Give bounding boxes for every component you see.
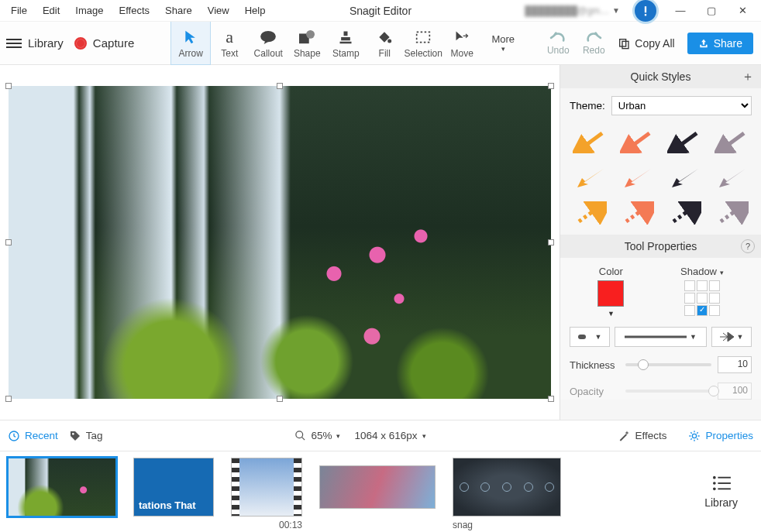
theme-label: Theme: [570,100,605,112]
side-panel: Quick Styles ＋ Theme: Urban [560,65,761,420]
svg-line-12 [721,133,744,150]
shadow-direction-picker[interactable] [684,280,720,316]
help-icon[interactable]: ? [741,239,755,253]
resize-handle-br[interactable] [548,396,554,402]
tray-thumb-1[interactable] [8,458,116,517]
svg-line-13 [579,206,601,221]
canvas-selection[interactable] [9,86,551,399]
redo-button[interactable]: Redo [576,22,611,64]
menu-view[interactable]: View [200,2,237,19]
stamp-icon [338,28,353,46]
window-maximize-button[interactable]: ▢ [696,0,727,22]
tool-move[interactable]: Move [442,22,481,64]
tag-tab[interactable]: Tag [69,430,103,442]
thickness-slider[interactable] [625,363,711,366]
svg-line-22 [302,437,305,440]
opacity-label: Opacity [570,386,619,397]
tool-text[interactable]: a Text [210,22,249,64]
account-dropdown-icon[interactable]: ▼ [612,6,620,15]
user-account-label[interactable]: ████████@gm… [525,5,609,16]
start-cap-dropdown[interactable]: ▼ [570,327,610,347]
library-link[interactable]: Library [28,36,64,50]
end-cap-dropdown[interactable]: ▼ [711,327,752,347]
style-arrow-coral[interactable] [615,128,659,156]
theme-select[interactable]: Urban [611,96,752,115]
svg-line-10 [626,133,649,150]
canvas-image[interactable] [9,86,551,399]
menu-effects[interactable]: Effects [112,2,158,19]
window-minimize-button[interactable]: — [665,0,696,22]
style-arrow-orange-dashed[interactable] [568,199,612,227]
svg-line-15 [673,206,695,221]
capture-link[interactable]: Capture [93,36,134,50]
color-dropdown-icon[interactable]: ▼ [608,310,615,317]
share-button[interactable]: Share [687,33,753,54]
resize-handle-l[interactable] [5,239,12,245]
hamburger-icon[interactable] [6,39,22,48]
svg-rect-6 [417,32,430,42]
add-style-button[interactable]: ＋ [741,70,755,84]
tray-thumb-2[interactable]: tations That [133,458,214,517]
user-avatar[interactable] [632,0,659,24]
opacity-slider[interactable] [625,390,711,393]
style-arrow-gray-2[interactable] [709,163,753,191]
opacity-value[interactable]: 100 [718,383,752,400]
resize-handle-tl[interactable] [5,83,12,89]
style-arrow-black-2[interactable] [663,163,707,191]
copy-all-button[interactable]: Copy All [611,34,680,53]
tool-stamp[interactable]: Stamp [326,22,365,64]
svg-point-5 [387,39,391,43]
tool-shape[interactable]: Shape [288,22,326,64]
menu-image[interactable]: Image [67,2,111,19]
style-arrow-black[interactable] [663,128,707,156]
canvas-area[interactable] [0,65,560,420]
menu-help[interactable]: Help [237,2,274,19]
tool-selection[interactable]: Selection [404,22,442,64]
arrow-cursor-icon [183,28,198,46]
style-arrow-gray[interactable] [709,128,753,156]
magnifier-icon [294,430,306,441]
line-style-dropdown[interactable]: ▼ [615,327,707,347]
zoom-control[interactable]: 65%▾ [294,430,340,441]
tray-thumb-4[interactable] [319,458,436,509]
style-arrow-gray-dashed[interactable] [709,199,753,227]
resize-handle-tr[interactable] [548,83,554,89]
shadow-direction-bottom[interactable] [697,305,708,316]
capture-tray: tations That 00:13 snag Library [0,451,761,532]
thickness-value[interactable]: 10 [718,356,752,373]
tray-library-button[interactable]: Library [704,475,753,509]
record-icon[interactable] [74,37,87,50]
undo-button[interactable]: Undo [540,22,576,64]
style-arrow-black-dashed[interactable] [663,199,707,227]
svg-line-14 [626,206,648,221]
text-icon: a [226,28,233,46]
tray-thumb-3[interactable]: 00:13 [231,458,302,530]
tray-thumb-5[interactable]: snag [453,458,561,530]
clock-icon [8,430,20,442]
style-arrow-coral-dashed[interactable] [615,199,659,227]
share-icon [698,38,709,49]
resize-handle-t[interactable] [277,83,283,89]
svg-point-21 [296,431,303,438]
svg-line-9 [579,133,602,150]
tool-fill[interactable]: Fill [365,22,404,64]
color-swatch[interactable] [597,280,624,307]
tool-callout[interactable]: Callout [249,22,288,64]
tool-arrow[interactable]: Arrow [171,22,210,64]
resize-handle-bl[interactable] [5,396,12,402]
style-arrow-orange[interactable] [568,128,612,156]
window-close-button[interactable]: ✕ [727,0,758,22]
tools-more[interactable]: More▾ [481,22,525,64]
style-arrow-coral-2[interactable] [615,163,659,191]
style-arrow-orange-2[interactable] [568,163,612,191]
menu-edit[interactable]: Edit [35,2,67,19]
menu-share[interactable]: Share [157,2,200,19]
effects-tab[interactable]: Effects [618,430,666,442]
recent-tab[interactable]: Recent [8,430,58,442]
properties-tab[interactable]: Properties [688,430,753,442]
resize-handle-r[interactable] [548,239,554,245]
menu-file[interactable]: File [3,2,35,19]
resize-handle-b[interactable] [277,396,283,402]
dimensions-control[interactable]: 1064 x 616px▾ [354,430,425,441]
svg-rect-29 [718,488,731,489]
